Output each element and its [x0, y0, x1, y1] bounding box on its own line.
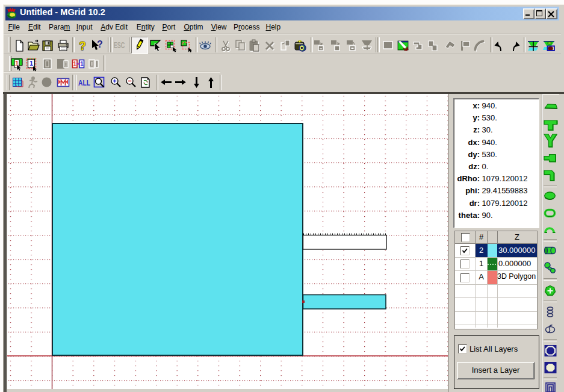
- svg-text:?: ?: [97, 39, 103, 49]
- svg-text:ALL: ALL: [78, 78, 90, 87]
- svg-text:1: 1: [80, 60, 84, 67]
- svg-text:?: ?: [79, 39, 86, 52]
- svg-text:ESC: ESC: [114, 40, 125, 51]
- svg-text:1: 1: [73, 60, 76, 67]
- svg-text:1: 1: [29, 60, 33, 67]
